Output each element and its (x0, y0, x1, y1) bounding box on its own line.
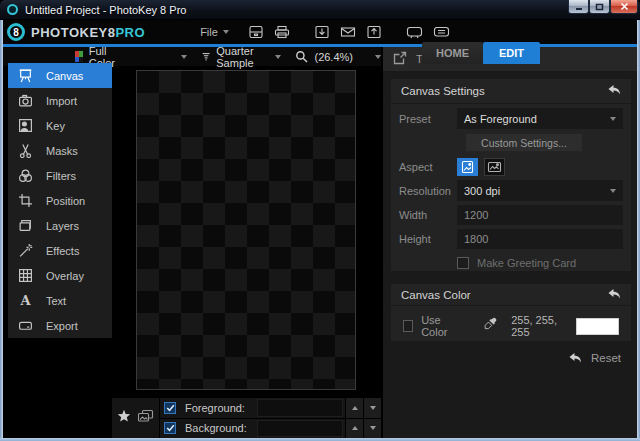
sidebar-item-label: Position (46, 195, 85, 207)
title-bar[interactable]: Untitled Project - PhotoKey 8 Pro (0, 0, 640, 20)
background-select[interactable] (257, 420, 343, 438)
canvas-color-title: Canvas Color (401, 289, 471, 301)
file-menu-label: File (200, 26, 218, 38)
canvas-settings-section: Canvas Settings Preset As Foreground Cus… (391, 79, 631, 271)
foreground-up-button[interactable] (345, 398, 363, 418)
menu-bar: 8 PHOTOKEY8PRO File (0, 20, 640, 44)
chevron-down-icon (223, 30, 229, 34)
tab-home[interactable]: HOME (422, 42, 483, 64)
height-field[interactable] (457, 229, 623, 249)
chevron-down-icon (181, 55, 187, 59)
reset-label: Reset (591, 352, 621, 364)
magnifier-icon (295, 50, 308, 63)
file-menu[interactable]: File (200, 26, 229, 38)
width-field[interactable] (457, 205, 623, 225)
email-icon (340, 25, 356, 39)
sidebar-item-export[interactable]: Export (8, 313, 112, 338)
print-button[interactable] (269, 23, 295, 41)
preset-dropdown[interactable]: As Foreground (457, 108, 623, 129)
aspect-landscape-button[interactable] (484, 158, 505, 176)
use-color-label: Use Color (421, 314, 461, 338)
maximize-button[interactable] (589, 0, 610, 14)
preset-label: Preset (399, 113, 457, 125)
foreground-row: Foreground: (160, 398, 381, 419)
sidebar-item-masks[interactable]: Masks (8, 138, 112, 163)
sidebar-item-label: Export (46, 320, 78, 332)
eyedropper-icon[interactable] (483, 317, 497, 335)
toolbox-panel: TOOLBOX Canvas Settings Preset As Foregr… (382, 47, 637, 438)
sidebar: Canvas Import Key Masks Filters Position… (8, 63, 112, 338)
tab-edit[interactable]: EDIT (483, 42, 540, 64)
save-button[interactable] (243, 23, 269, 41)
background-checkbox[interactable] (164, 422, 176, 434)
sidebar-item-overlay[interactable]: Overlay (8, 263, 112, 288)
funnel-icon (202, 50, 210, 63)
sidebar-item-text[interactable]: A Text (8, 288, 112, 313)
sidebar-item-label: Effects (46, 245, 79, 257)
color-swatch[interactable] (576, 318, 619, 335)
canvas-settings-undo-button[interactable] (607, 84, 621, 98)
save-icon (248, 25, 264, 39)
resolution-label: Resolution (399, 185, 457, 197)
foreground-checkbox[interactable] (164, 402, 176, 414)
sidebar-item-key[interactable]: Key (8, 113, 112, 138)
zoom-dropdown[interactable]: (26.4%) (295, 50, 381, 63)
sidebar-item-layers[interactable]: Layers (8, 213, 112, 238)
resolution-dropdown[interactable]: 300 dpi (457, 180, 623, 201)
dual-display-button[interactable] (428, 23, 455, 41)
background-down-button[interactable] (363, 419, 381, 439)
width-label: Width (399, 209, 457, 221)
sidebar-item-label: Text (46, 295, 66, 307)
sample-mode-dropdown[interactable]: Quarter Sample (202, 45, 281, 69)
close-button[interactable] (610, 0, 638, 14)
zoom-level-value: (26.4%) (314, 51, 353, 63)
window-title: Untitled Project - PhotoKey 8 Pro (25, 4, 186, 16)
minimize-button[interactable] (568, 0, 589, 14)
foreground-down-button[interactable] (363, 398, 381, 418)
dual-monitor-icon (433, 25, 450, 39)
crop-icon (18, 193, 33, 208)
canvas-color-section: Canvas Color Use Color 255, 255, 255 (391, 284, 631, 341)
use-color-checkbox[interactable] (403, 320, 413, 332)
canvas-icon (18, 68, 33, 83)
scissors-icon (18, 143, 33, 158)
email-button[interactable] (335, 23, 361, 41)
preset-value: As Foreground (464, 113, 537, 125)
make-greeting-card-checkbox[interactable] (457, 257, 469, 269)
sidebar-item-label: Layers (46, 220, 79, 232)
photos-icon[interactable] (137, 409, 154, 427)
foreground-label: Foreground: (185, 402, 255, 414)
background-up-button[interactable] (345, 419, 363, 439)
popout-icon[interactable] (393, 51, 407, 67)
full-color-icon (75, 51, 83, 62)
display-button[interactable] (401, 23, 428, 41)
sidebar-item-effects[interactable]: Effects (8, 238, 112, 263)
aspect-portrait-button[interactable] (457, 158, 478, 176)
sidebar-item-label: Import (46, 95, 77, 107)
sidebar-item-label: Filters (46, 170, 76, 182)
sidebar-item-import[interactable]: Import (8, 88, 112, 113)
foreground-select[interactable] (257, 399, 343, 417)
app-icon (7, 4, 18, 15)
undo-arrow-icon (568, 352, 582, 364)
reset-button[interactable]: Reset (568, 352, 621, 364)
monitor-icon (406, 25, 423, 39)
aspect-label: Aspect (399, 161, 457, 173)
import-button[interactable] (309, 23, 335, 41)
sidebar-item-filters[interactable]: Filters (8, 163, 112, 188)
canvas-color-undo-button[interactable] (607, 288, 621, 302)
favorites-star-icon[interactable] (117, 409, 131, 427)
chevron-down-icon (610, 189, 616, 193)
canvas-viewport[interactable] (136, 70, 356, 390)
window-border-left (0, 20, 3, 441)
custom-settings-button[interactable]: Custom Settings... (465, 133, 583, 152)
sidebar-item-position[interactable]: Position (8, 188, 112, 213)
sidebar-item-canvas[interactable]: Canvas (8, 63, 112, 88)
export-button[interactable] (361, 23, 387, 41)
sidebar-item-label: Masks (46, 145, 78, 157)
accent-divider (0, 44, 640, 47)
maximize-icon (595, 3, 604, 11)
background-label: Background: (185, 422, 255, 434)
sidebar-item-label: Overlay (46, 270, 84, 282)
close-icon (620, 2, 629, 11)
